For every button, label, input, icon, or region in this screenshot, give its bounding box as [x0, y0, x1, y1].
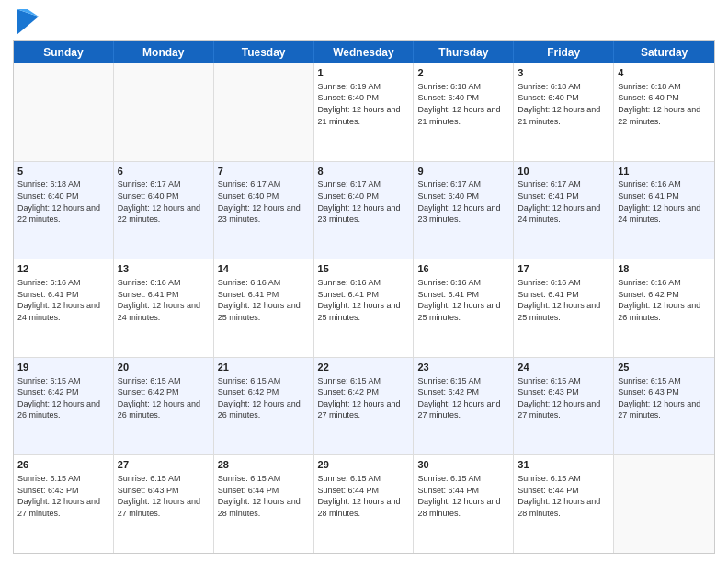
calendar-cell-day-23: 23Sunrise: 6:15 AM Sunset: 6:42 PM Dayli… — [414, 358, 514, 455]
cell-sun-info: Sunrise: 6:17 AM Sunset: 6:40 PM Dayligh… — [118, 178, 210, 224]
calendar-row-2: 12Sunrise: 6:16 AM Sunset: 6:41 PM Dayli… — [14, 259, 714, 358]
day-number: 5 — [17, 165, 109, 178]
calendar-day-header-thursday: Thursday — [414, 41, 514, 63]
calendar-cell-day-3: 3Sunrise: 6:18 AM Sunset: 6:40 PM Daylig… — [514, 63, 614, 161]
calendar-cell-day-7: 7Sunrise: 6:17 AM Sunset: 6:40 PM Daylig… — [214, 162, 314, 259]
day-number: 7 — [218, 165, 310, 178]
calendar-body: 1Sunrise: 6:19 AM Sunset: 6:40 PM Daylig… — [14, 63, 714, 553]
calendar-row-4: 26Sunrise: 6:15 AM Sunset: 6:43 PM Dayli… — [14, 455, 714, 553]
calendar-cell-day-15: 15Sunrise: 6:16 AM Sunset: 6:41 PM Dayli… — [314, 259, 415, 357]
day-number: 14 — [218, 262, 310, 276]
calendar-cell-day-13: 13Sunrise: 6:16 AM Sunset: 6:41 PM Dayli… — [114, 259, 214, 357]
calendar-cell-day-19: 19Sunrise: 6:15 AM Sunset: 6:42 PM Dayli… — [14, 358, 114, 455]
cell-sun-info: Sunrise: 6:15 AM Sunset: 6:43 PM Dayligh… — [618, 375, 711, 421]
cell-sun-info: Sunrise: 6:15 AM Sunset: 6:43 PM Dayligh… — [17, 473, 109, 519]
day-number: 18 — [618, 262, 711, 276]
calendar-row-1: 5Sunrise: 6:18 AM Sunset: 6:40 PM Daylig… — [14, 162, 714, 260]
calendar-cell-empty — [214, 63, 314, 161]
cell-sun-info: Sunrise: 6:15 AM Sunset: 6:43 PM Dayligh… — [518, 375, 609, 421]
cell-sun-info: Sunrise: 6:16 AM Sunset: 6:41 PM Dayligh… — [17, 277, 109, 323]
calendar-cell-day-25: 25Sunrise: 6:15 AM Sunset: 6:43 PM Dayli… — [614, 358, 714, 455]
calendar-cell-day-31: 31Sunrise: 6:15 AM Sunset: 6:44 PM Dayli… — [514, 455, 614, 553]
svg-marker-0 — [17, 9, 39, 35]
cell-sun-info: Sunrise: 6:17 AM Sunset: 6:40 PM Dayligh… — [218, 178, 310, 224]
cell-sun-info: Sunrise: 6:15 AM Sunset: 6:43 PM Dayligh… — [118, 473, 210, 519]
cell-sun-info: Sunrise: 6:15 AM Sunset: 6:44 PM Dayligh… — [318, 473, 410, 519]
calendar-cell-day-26: 26Sunrise: 6:15 AM Sunset: 6:43 PM Dayli… — [14, 455, 114, 553]
day-number: 19 — [17, 361, 109, 374]
calendar-cell-day-30: 30Sunrise: 6:15 AM Sunset: 6:44 PM Dayli… — [414, 455, 514, 553]
day-number: 15 — [318, 262, 410, 276]
calendar-cell-empty — [14, 63, 114, 161]
calendar-cell-day-17: 17Sunrise: 6:16 AM Sunset: 6:41 PM Dayli… — [514, 259, 614, 357]
cell-sun-info: Sunrise: 6:16 AM Sunset: 6:41 PM Dayligh… — [318, 277, 410, 323]
calendar-cell-day-4: 4Sunrise: 6:18 AM Sunset: 6:40 PM Daylig… — [614, 63, 714, 161]
cell-sun-info: Sunrise: 6:18 AM Sunset: 6:40 PM Dayligh… — [518, 81, 609, 127]
calendar-row-0: 1Sunrise: 6:19 AM Sunset: 6:40 PM Daylig… — [14, 63, 714, 162]
cell-sun-info: Sunrise: 6:15 AM Sunset: 6:44 PM Dayligh… — [417, 473, 509, 519]
day-number: 6 — [118, 165, 210, 178]
day-number: 10 — [518, 165, 609, 178]
day-number: 22 — [318, 361, 410, 374]
calendar-cell-day-12: 12Sunrise: 6:16 AM Sunset: 6:41 PM Dayli… — [14, 259, 114, 357]
calendar-cell-day-18: 18Sunrise: 6:16 AM Sunset: 6:42 PM Dayli… — [614, 259, 714, 357]
cell-sun-info: Sunrise: 6:16 AM Sunset: 6:41 PM Dayligh… — [417, 277, 509, 323]
calendar-cell-day-28: 28Sunrise: 6:15 AM Sunset: 6:44 PM Dayli… — [214, 455, 314, 553]
day-number: 11 — [618, 165, 711, 178]
calendar-cell-day-22: 22Sunrise: 6:15 AM Sunset: 6:42 PM Dayli… — [314, 358, 415, 455]
day-number: 8 — [318, 165, 410, 178]
day-number: 30 — [417, 458, 509, 472]
cell-sun-info: Sunrise: 6:15 AM Sunset: 6:42 PM Dayligh… — [118, 375, 210, 421]
calendar-cell-day-10: 10Sunrise: 6:17 AM Sunset: 6:41 PM Dayli… — [514, 162, 614, 259]
day-number: 25 — [618, 361, 711, 374]
day-number: 27 — [118, 458, 210, 472]
calendar-day-header-tuesday: Tuesday — [214, 41, 314, 63]
calendar-row-3: 19Sunrise: 6:15 AM Sunset: 6:42 PM Dayli… — [14, 358, 714, 456]
cell-sun-info: Sunrise: 6:18 AM Sunset: 6:40 PM Dayligh… — [417, 81, 509, 127]
day-number: 9 — [417, 165, 509, 178]
day-number: 29 — [318, 458, 410, 472]
cell-sun-info: Sunrise: 6:17 AM Sunset: 6:41 PM Dayligh… — [518, 178, 609, 224]
cell-sun-info: Sunrise: 6:18 AM Sunset: 6:40 PM Dayligh… — [618, 81, 711, 127]
day-number: 3 — [518, 66, 609, 80]
calendar-day-header-monday: Monday — [114, 41, 214, 63]
cell-sun-info: Sunrise: 6:15 AM Sunset: 6:42 PM Dayligh… — [218, 375, 310, 421]
day-number: 12 — [17, 262, 109, 276]
day-number: 1 — [318, 66, 410, 80]
calendar-cell-day-27: 27Sunrise: 6:15 AM Sunset: 6:43 PM Dayli… — [114, 455, 214, 553]
calendar-cell-day-8: 8Sunrise: 6:17 AM Sunset: 6:40 PM Daylig… — [314, 162, 415, 259]
cell-sun-info: Sunrise: 6:16 AM Sunset: 6:41 PM Dayligh… — [618, 178, 711, 224]
logo-icon — [17, 9, 39, 35]
cell-sun-info: Sunrise: 6:19 AM Sunset: 6:40 PM Dayligh… — [318, 81, 410, 127]
day-number: 16 — [417, 262, 509, 276]
day-number: 23 — [417, 361, 509, 374]
cell-sun-info: Sunrise: 6:15 AM Sunset: 6:44 PM Dayligh… — [218, 473, 310, 519]
cell-sun-info: Sunrise: 6:15 AM Sunset: 6:42 PM Dayligh… — [417, 375, 509, 421]
day-number: 31 — [518, 458, 609, 472]
calendar-cell-day-2: 2Sunrise: 6:18 AM Sunset: 6:40 PM Daylig… — [414, 63, 514, 161]
calendar-cell-day-5: 5Sunrise: 6:18 AM Sunset: 6:40 PM Daylig… — [14, 162, 114, 259]
calendar-day-header-saturday: Saturday — [614, 41, 714, 63]
calendar-cell-empty — [114, 63, 214, 161]
calendar-cell-day-16: 16Sunrise: 6:16 AM Sunset: 6:41 PM Dayli… — [414, 259, 514, 357]
cell-sun-info: Sunrise: 6:16 AM Sunset: 6:41 PM Dayligh… — [118, 277, 210, 323]
calendar-cell-empty — [614, 455, 714, 553]
day-number: 13 — [118, 262, 210, 276]
cell-sun-info: Sunrise: 6:17 AM Sunset: 6:40 PM Dayligh… — [417, 178, 509, 224]
calendar-cell-day-29: 29Sunrise: 6:15 AM Sunset: 6:44 PM Dayli… — [314, 455, 415, 553]
cell-sun-info: Sunrise: 6:15 AM Sunset: 6:44 PM Dayligh… — [518, 473, 609, 519]
calendar-header-row: SundayMondayTuesdayWednesdayThursdayFrid… — [14, 41, 714, 63]
day-number: 24 — [518, 361, 609, 374]
day-number: 2 — [417, 66, 509, 80]
day-number: 26 — [17, 458, 109, 472]
cell-sun-info: Sunrise: 6:18 AM Sunset: 6:40 PM Dayligh… — [17, 178, 109, 224]
day-number: 21 — [218, 361, 310, 374]
cell-sun-info: Sunrise: 6:15 AM Sunset: 6:42 PM Dayligh… — [17, 375, 109, 421]
calendar-day-header-wednesday: Wednesday — [314, 41, 415, 63]
cell-sun-info: Sunrise: 6:17 AM Sunset: 6:40 PM Dayligh… — [318, 178, 410, 224]
cell-sun-info: Sunrise: 6:16 AM Sunset: 6:42 PM Dayligh… — [618, 277, 711, 323]
logo — [13, 9, 39, 35]
calendar-cell-day-11: 11Sunrise: 6:16 AM Sunset: 6:41 PM Dayli… — [614, 162, 714, 259]
page: SundayMondayTuesdayWednesdayThursdayFrid… — [0, 0, 728, 563]
calendar-day-header-sunday: Sunday — [14, 41, 114, 63]
